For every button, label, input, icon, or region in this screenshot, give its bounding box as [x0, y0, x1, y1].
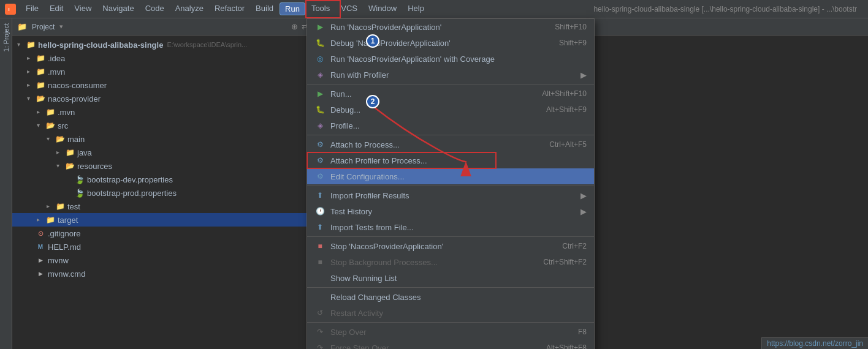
- attach-process-label: Attach to Process...: [330, 140, 549, 149]
- force-step-icon: ↷: [314, 343, 326, 349]
- annotation-circle-2: 2: [366, 95, 379, 108]
- coverage-label: Run 'NacosProviderApplication' with Cove…: [330, 54, 587, 64]
- sep-4: [307, 236, 594, 237]
- stop-bg-icon: ■: [314, 258, 326, 266]
- step-over-icon: ↷: [314, 328, 326, 336]
- run-nacos-shortcut: Shift+F10: [555, 23, 587, 31]
- menu-run-coverage[interactable]: ◎ Run 'NacosProviderApplication' with Co…: [307, 51, 594, 67]
- import-profiler-label: Import Profiler Results: [330, 191, 576, 200]
- debug-generic-icon: 🐛: [314, 105, 326, 114]
- test-history-icon: 🕐: [314, 207, 326, 216]
- run-generic-label: Run...: [330, 89, 542, 99]
- debug-nacos-shortcut: Shift+F9: [559, 39, 587, 47]
- attach-profiler-icon: ⚙: [314, 156, 326, 165]
- import-profiler-icon: ⬆: [314, 191, 326, 200]
- test-history-arrow: ▶: [581, 207, 587, 216]
- run-nacos-label: Run 'NacosProviderApplication': [330, 23, 555, 32]
- step-over-shortcut: F8: [578, 328, 587, 336]
- debug-generic-label: Debug...: [330, 105, 546, 114]
- stop-bg-label: Stop Background Processes...: [330, 258, 543, 267]
- debug-nacos-icon: 🐛: [314, 39, 326, 47]
- menu-import-profiler[interactable]: ⬆ Import Profiler Results ▶: [307, 187, 594, 203]
- stop-nacos-label: Stop 'NacosProviderApplication': [330, 242, 562, 251]
- menu-force-step: ↷ Force Step Over Alt+Shift+F8: [307, 340, 594, 349]
- sep-5: [307, 287, 594, 288]
- run-generic-icon: ▶: [314, 89, 326, 98]
- menu-run-profiler[interactable]: ◈ Run with Profiler ▶: [307, 67, 594, 83]
- show-running-label: Show Running List: [330, 274, 587, 283]
- menu-stop-bg: ■ Stop Background Processes... Ctrl+Shif…: [307, 254, 594, 270]
- stop-nacos-shortcut: Ctrl+F2: [562, 242, 587, 250]
- menu-profile[interactable]: ◈ Profile...: [307, 118, 594, 133]
- run-dropdown-menu: ▶ Run 'NacosProviderApplication' Shift+F…: [306, 18, 595, 349]
- run-generic-shortcut: Alt+Shift+F10: [542, 89, 587, 98]
- menu-test-history[interactable]: 🕐 Test History ▶: [307, 203, 594, 219]
- debug-nacos-label: Debug 'NacosProviderApplication': [330, 39, 559, 48]
- sep-3: [307, 186, 594, 186]
- menu-run-generic[interactable]: ▶ Run... Alt+Shift+F10: [307, 86, 594, 102]
- menu-attach-process[interactable]: ⚙ Attach to Process... Ctrl+Alt+F5: [307, 137, 594, 152]
- run-nacos-icon: ▶: [314, 23, 326, 31]
- profiler-arrow: ▶: [581, 70, 587, 80]
- sep-6: [307, 322, 594, 323]
- profiler-label: Run with Profiler: [330, 70, 576, 80]
- menu-show-running[interactable]: Show Running List: [307, 270, 594, 286]
- attach-process-shortcut: Ctrl+Alt+F5: [549, 140, 587, 149]
- force-step-shortcut: Alt+Shift+F8: [546, 343, 587, 349]
- sep-2: [307, 135, 594, 135]
- debug-generic-shortcut: Alt+Shift+F9: [546, 105, 587, 114]
- menu-stop-nacos[interactable]: ■ Stop 'NacosProviderApplication' Ctrl+F…: [307, 238, 594, 254]
- annotation-circle-1: 1: [366, 34, 379, 48]
- dropdown-overlay: ▶ Run 'NacosProviderApplication' Shift+F…: [0, 0, 868, 349]
- run-menu-highlight-box: [305, 0, 341, 18]
- sep-1: [307, 84, 594, 84]
- step-over-label: Step Over: [330, 328, 578, 337]
- menu-restart: ↺ Restart Activity: [307, 305, 594, 321]
- menu-attach-profiler[interactable]: ⚙ Attach Profiler to Process...: [307, 152, 594, 168]
- restart-icon: ↺: [314, 309, 326, 317]
- profile-icon: ◈: [314, 121, 326, 130]
- menu-reload-classes[interactable]: Reload Changed Classes: [307, 289, 594, 305]
- attach-process-icon: ⚙: [314, 140, 326, 149]
- menu-import-tests[interactable]: ⬆ Import Tests from File...: [307, 219, 594, 235]
- import-tests-label: Import Tests from File...: [330, 223, 587, 232]
- stop-bg-shortcut: Ctrl+Shift+F2: [543, 258, 587, 266]
- menu-run-nacos[interactable]: ▶ Run 'NacosProviderApplication' Shift+F…: [307, 19, 594, 35]
- test-history-label: Test History: [330, 207, 576, 216]
- edit-config-icon: ⚙: [314, 172, 326, 181]
- menu-debug-nacos[interactable]: 🐛 Debug 'NacosProviderApplication' Shift…: [307, 35, 594, 51]
- menu-debug-generic[interactable]: 🐛 Debug... Alt+Shift+F9: [307, 102, 594, 118]
- force-step-label: Force Step Over: [330, 343, 546, 350]
- import-profiler-arrow: ▶: [581, 191, 587, 200]
- attach-profiler-label: Attach Profiler to Process...: [330, 156, 587, 165]
- restart-label: Restart Activity: [330, 309, 587, 318]
- menu-edit-config[interactable]: ⚙ Edit Configurations...: [307, 168, 594, 184]
- profile-label: Profile...: [330, 121, 587, 130]
- reload-label: Reload Changed Classes: [330, 293, 587, 302]
- profiler-icon: ◈: [314, 70, 326, 79]
- edit-config-label: Edit Configurations...: [330, 172, 587, 181]
- coverage-icon: ◎: [314, 54, 326, 63]
- menu-step-over: ↷ Step Over F8: [307, 324, 594, 340]
- stop-nacos-icon: ■: [314, 242, 326, 250]
- import-tests-icon: ⬆: [314, 223, 326, 231]
